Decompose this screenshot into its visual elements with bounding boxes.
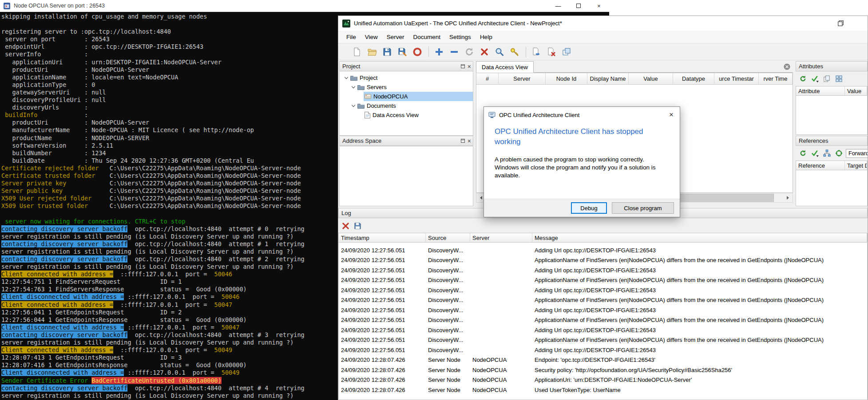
attributes-content[interactable] <box>796 96 868 135</box>
log-row[interactable]: 24/09/2020 12:28:07.426Server NodeNodeOP… <box>339 365 867 375</box>
expander-icon[interactable] <box>350 86 357 88</box>
attributes-column-value[interactable]: Value <box>845 86 867 95</box>
toolbar-button-save-document-edit[interactable] <box>395 45 409 59</box>
float-panel-icon[interactable] <box>461 64 465 68</box>
hierarchy-button[interactable] <box>822 149 832 158</box>
dav-column-value[interactable]: Value <box>629 73 673 84</box>
references-column-target-d[interactable]: Target D <box>845 161 867 170</box>
close-button[interactable]: × <box>589 0 609 12</box>
attributes-column-attribute[interactable]: Attribute <box>796 86 845 95</box>
dav-column-urce-timestar[interactable]: urce Timestar <box>714 73 759 84</box>
tree-item-nodeopcua[interactable]: NodeOPCUA <box>340 92 473 101</box>
tab-close-icon[interactable] <box>784 63 790 70</box>
attributes-panel-title: Attributes <box>799 63 823 70</box>
toolbar-button-find-server[interactable] <box>492 45 506 59</box>
tree-item-servers[interactable]: Servers <box>340 82 473 92</box>
toolbar-button-cascade-windows[interactable] <box>559 45 573 59</box>
terminal-titlebar[interactable]: Node OPCUA Server on port : 26543 — × <box>0 0 609 12</box>
menu-item-help[interactable]: Help <box>476 31 497 43</box>
log-row[interactable]: 24/09/2020 12:27:56.051DiscoveryW...Appl… <box>339 275 867 286</box>
toolbar-button-disconnect-server[interactable] <box>477 45 491 59</box>
references-content[interactable] <box>796 170 868 206</box>
log-column-message[interactable]: Message <box>532 233 867 242</box>
refresh-button[interactable] <box>798 149 808 158</box>
log-row[interactable]: 24/09/2020 12:27:56.051DiscoveryW...Appl… <box>339 295 867 306</box>
remove-server-icon <box>449 47 459 57</box>
expand-button[interactable] <box>834 74 844 84</box>
dav-column-datatype[interactable]: Datatype <box>673 73 714 84</box>
menu-item-document[interactable]: Document <box>409 31 445 43</box>
log-row[interactable]: 24/09/2020 12:27:56.051DiscoveryW...Appl… <box>339 255 867 266</box>
debug-button[interactable]: Debug <box>571 202 607 214</box>
dav-column-display-name[interactable]: Display Name <box>587 73 629 84</box>
menubar: FileViewServerDocumentSettingsHelp <box>338 31 868 43</box>
dialog-titlebar[interactable]: OPC Unified Architecture Client × <box>484 107 680 123</box>
log-row[interactable]: 24/09/2020 12:27:56.051DiscoveryW...Appl… <box>339 335 867 345</box>
dialog-close-button[interactable]: × <box>667 110 675 119</box>
log-row[interactable]: 24/09/2020 12:27:56.051DiscoveryW...Addi… <box>339 305 867 315</box>
log-column-server[interactable]: Server <box>470 233 532 242</box>
tree-item-project[interactable]: Project <box>340 73 473 82</box>
toolbar-button-ua-logo[interactable] <box>410 45 424 59</box>
toolbar-button-manage-certificates[interactable] <box>507 45 521 59</box>
close-panel-icon[interactable]: × <box>468 63 471 70</box>
menu-item-view[interactable]: View <box>361 31 382 43</box>
menu-item-settings[interactable]: Settings <box>445 31 476 43</box>
terminal-text-segment: opc.tcp://localhost:4840 attempt # 0 ret… <box>127 225 304 232</box>
log-row[interactable]: 24/09/2020 12:27:56.051DiscoveryW...Addi… <box>339 265 867 275</box>
log-column-timestamp[interactable]: Timestamp <box>339 233 426 242</box>
direction-select[interactable]: Forward <box>846 149 868 158</box>
log-row[interactable]: 24/09/2020 12:27:56.051DiscoveryW...Addi… <box>339 325 867 335</box>
restore-button[interactable] <box>837 20 844 27</box>
log-row[interactable]: 24/09/2020 12:28:07.426Server NodeNodeOP… <box>339 375 867 385</box>
uaexpert-titlebar[interactable]: Unified Automation UaExpert - The OPC Un… <box>338 16 868 31</box>
log-row[interactable]: 24/09/2020 12:27:56.051DiscoveryW...Appl… <box>339 315 867 325</box>
tree-item-documents[interactable]: Documents <box>340 101 473 110</box>
log-row[interactable]: 24/09/2020 12:28:07.426Server NodeNodeOP… <box>339 355 867 365</box>
float-panel-icon[interactable] <box>461 139 465 143</box>
close-program-button[interactable]: Close program <box>612 202 674 214</box>
log-row[interactable]: 24/09/2020 12:27:56.051DiscoveryW...Addi… <box>339 285 867 295</box>
log-cell-source: DiscoveryW... <box>426 257 470 263</box>
refresh-button[interactable] <box>798 74 808 84</box>
terminal-text-segment: : <box>37 111 91 118</box>
dav-column-node-id[interactable]: Node Id <box>546 73 587 84</box>
log-row[interactable]: 24/09/2020 12:27:56.051DiscoveryW...Addi… <box>339 345 867 355</box>
menu-item-file[interactable]: File <box>342 31 361 43</box>
toolbar-button-open-project[interactable] <box>365 45 379 59</box>
toolbar-button-new-document[interactable] <box>350 45 364 59</box>
save-log-button[interactable] <box>353 221 362 231</box>
log-row[interactable]: 24/09/2020 12:27:56.051DiscoveryW...Addi… <box>339 245 867 255</box>
log-row[interactable]: 24/09/2020 12:28:07.426Server NodeNodeOP… <box>339 385 867 395</box>
toolbar-button-remove-server[interactable] <box>447 45 461 59</box>
target-button[interactable] <box>834 149 844 158</box>
tree-item-data-access-view[interactable]: Data Access View <box>340 110 473 120</box>
toolbar-button-save-project[interactable] <box>380 45 394 59</box>
auto-update-button[interactable] <box>810 149 820 158</box>
auto-update-button[interactable] <box>810 74 820 84</box>
scroll-right-arrow[interactable] <box>783 193 793 202</box>
folder-icon <box>350 75 357 81</box>
toolbar-button-add-document[interactable] <box>529 45 543 59</box>
maximize-button[interactable] <box>568 0 589 12</box>
dav-column-rver-time[interactable]: rver Time <box>759 73 793 84</box>
tab-data-access-view[interactable]: Data Access View <box>476 61 534 73</box>
references-column-reference[interactable]: Reference <box>796 161 845 170</box>
menu-item-server[interactable]: Server <box>382 31 409 43</box>
toolbar-button-add-server[interactable] <box>432 45 446 59</box>
references-panel-title: References <box>799 137 828 144</box>
address-space-content[interactable] <box>339 146 473 206</box>
close-panel-icon[interactable]: × <box>468 138 471 144</box>
toolbar-button-remove-document[interactable] <box>544 45 558 59</box>
expander-icon[interactable] <box>343 77 349 78</box>
clear-log-button[interactable] <box>341 221 350 231</box>
dav-column-server[interactable]: Server <box>499 73 546 84</box>
minimize-button[interactable]: — <box>548 0 568 12</box>
new-document-icon <box>352 47 362 57</box>
terminal-text-segment: 50047 <box>214 301 233 308</box>
dav-column-num[interactable]: # <box>476 73 499 84</box>
copy-button[interactable] <box>822 74 832 84</box>
expander-icon[interactable] <box>350 105 357 106</box>
toolbar-button-connect-server[interactable] <box>462 45 476 59</box>
log-column-source[interactable]: Source <box>426 233 470 242</box>
